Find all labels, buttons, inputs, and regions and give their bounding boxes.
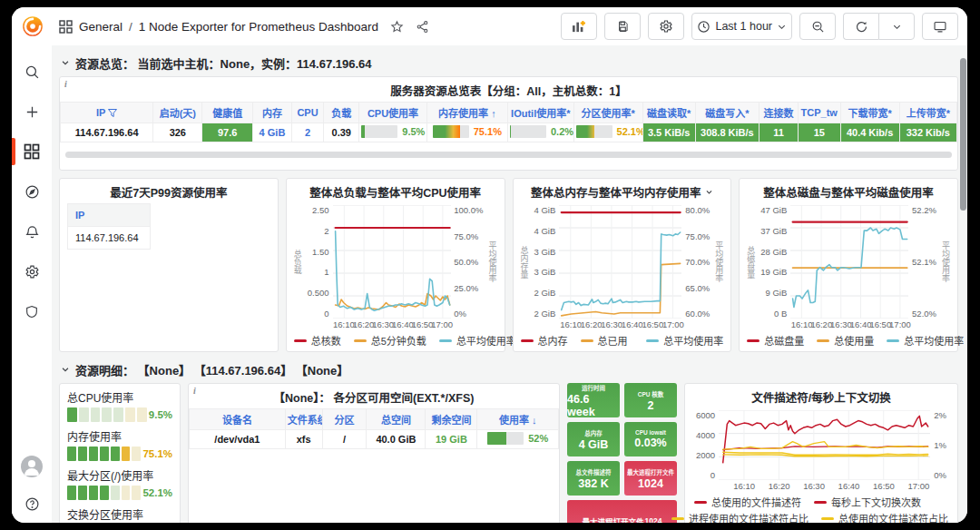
panel-title[interactable]: 最近7天P99资源使用率 [65, 179, 272, 203]
column-header[interactable]: CPU [291, 103, 323, 123]
breadcrumb-section[interactable]: General [79, 20, 122, 34]
zoom-out-time-button[interactable] [799, 13, 836, 40]
legend-item[interactable]: 总平均使用率 [646, 333, 723, 348]
dashboard-settings-button[interactable] [648, 13, 684, 40]
column-header[interactable]: IP [61, 103, 153, 123]
row-header-overview[interactable]: 资源总览： 当前选中主机：None，实例：114.67.196.64 [61, 53, 958, 73]
legend-item[interactable]: 每秒上下文切换次数 [814, 495, 921, 509]
stat-tile[interactable]: CPU 核数2 [624, 383, 677, 417]
stat-tile[interactable]: 总文件描述符382 K [567, 461, 620, 496]
user-avatar[interactable] [21, 456, 43, 477]
stat-tile-label: 总内存 [584, 428, 603, 437]
stat-tile[interactable]: CPU iowait0.03% [624, 422, 677, 456]
column-header[interactable]: 下载带宽* [840, 103, 899, 123]
vertical-scrollbar[interactable] [960, 58, 966, 211]
tick-label: 2 [324, 226, 328, 236]
chart-plot-area[interactable] [790, 205, 908, 319]
tick-label: 0 [324, 309, 328, 319]
chart-plot-area[interactable] [559, 205, 681, 319]
search-button[interactable] [15, 56, 48, 87]
explore-nav-item[interactable] [15, 176, 48, 207]
column-header[interactable]: 负载 [324, 103, 359, 123]
panel-title[interactable]: 整体总内存与整体平均内存使用率 [519, 179, 726, 203]
gauge-item: 最大分区(/)使用率52.1% [67, 467, 172, 500]
dashboards-nav-item[interactable] [15, 136, 48, 167]
column-header[interactable]: 设备名 [190, 409, 286, 430]
grafana-logo[interactable] [21, 15, 44, 38]
column-header[interactable]: IP [68, 204, 151, 227]
column-header[interactable]: 健康值 [202, 103, 253, 123]
star-icon[interactable] [390, 20, 404, 34]
legend-item[interactable]: 总使用的文件描述符占比 [821, 511, 948, 523]
column-header[interactable]: 启动(天) [153, 103, 202, 123]
row-header-detail[interactable]: 资源明细： 【None】 【114.67.196.64】 【None】 [61, 359, 958, 379]
panel-title[interactable]: 服务器资源总览表【分组：All，主机总数：1】 [60, 77, 957, 102]
legend-item[interactable]: 总内存 [521, 333, 568, 348]
column-header[interactable]: 使用率 ↓ [477, 409, 559, 430]
tick-label: 4 GiB [534, 205, 556, 215]
legend-item[interactable]: 总核数 [294, 333, 341, 348]
legend-item[interactable]: 总平均使用率 [439, 333, 516, 348]
column-header[interactable]: 总空间 [367, 409, 426, 430]
panel-title[interactable]: 【None】： 各分区可用空间(EXT.*/XFS) [189, 384, 559, 408]
stat-tile[interactable]: 总内存4 GiB [567, 422, 620, 456]
legend-label: 总磁盘量 [764, 333, 804, 348]
create-button[interactable] [15, 96, 48, 127]
column-header[interactable]: 连接数 [760, 103, 799, 123]
table-cell: 15 [799, 123, 841, 142]
column-header[interactable]: 分区 [322, 409, 367, 430]
legend-item[interactable]: 总使用量 [817, 333, 874, 348]
info-icon[interactable]: i [64, 79, 67, 89]
legend-item[interactable]: 总已用 [581, 333, 628, 348]
legend-item[interactable]: 进程使用的文件描述符占比 [671, 511, 808, 523]
dashboard-title[interactable]: 1 Node Exporter for Prometheus Dashboard [139, 20, 378, 34]
legend-item[interactable]: 总使用的文件描述符 [694, 495, 801, 509]
stat-tile-value: 0.03% [634, 437, 666, 449]
legend-label: 每秒上下文切换次数 [831, 495, 921, 509]
stat-tile[interactable]: 最大进程打开文件1024 [624, 461, 677, 496]
grafana-window: General / 1 Node Exporter for Prometheus… [12, 7, 967, 523]
chart-plot-area[interactable] [333, 205, 451, 319]
refresh-interval-dropdown[interactable] [878, 13, 915, 40]
panel-title[interactable]: 整体总负载与整体平均CPU使用率 [292, 179, 499, 203]
refresh-button[interactable] [843, 13, 878, 40]
legend-item[interactable]: 总平均使用率 [887, 333, 964, 348]
configuration-nav-item[interactable] [15, 256, 48, 287]
alerting-nav-item[interactable] [15, 216, 48, 247]
save-dashboard-button[interactable] [604, 13, 641, 40]
column-header[interactable]: 分区使用率* [573, 103, 642, 123]
stat-tile-wide[interactable]: 最大进程打开文件1024 [567, 500, 677, 523]
column-header[interactable]: 上传带宽* [899, 103, 956, 123]
add-panel-button[interactable] [561, 13, 597, 40]
info-icon[interactable]: i [193, 386, 196, 396]
tick-label: 19 GiB [760, 267, 787, 277]
help-button[interactable] [15, 488, 48, 519]
legend-row: 总内存总已用总平均使用率 [521, 333, 724, 348]
chart-svg [333, 205, 451, 319]
panel-menu-chevron-icon[interactable] [705, 188, 713, 196]
stat-tiles-panel: 运行时间46.6 weekCPU 核数2总内存4 GiBCPU iowait0.… [567, 383, 677, 523]
time-range-picker[interactable]: Last 1 hour [691, 13, 792, 40]
share-icon[interactable] [416, 20, 429, 34]
stat-tile[interactable]: 运行时间46.6 week [567, 383, 620, 417]
column-header[interactable]: 磁盘写入* [695, 103, 760, 123]
horizontal-scrollbar[interactable] [65, 152, 952, 158]
panel-title[interactable]: 整体总磁盘与整体平均磁盘使用率 [745, 179, 952, 203]
legend-item[interactable]: 总5分钟负载 [354, 333, 426, 348]
chart-plot-area[interactable] [719, 410, 930, 480]
tick-label: 16:30 [601, 319, 622, 329]
column-header[interactable]: 内存 [253, 103, 292, 123]
column-header[interactable]: 内存使用率 ↑ [426, 103, 507, 123]
column-header[interactable]: 剩余空间 [426, 409, 477, 430]
column-header[interactable]: IOutil使用率* [508, 103, 574, 123]
column-header[interactable]: 文件系统 [285, 409, 322, 430]
cycle-view-mode-button[interactable] [922, 13, 958, 40]
column-header[interactable]: 磁盘读取* [642, 103, 695, 123]
memory-chart: 总内存量4 GiB4 GiB3 GiB3 GiB2 GiB2 GiB80.0%7… [519, 205, 726, 348]
legend-item[interactable]: 总磁盘量 [747, 333, 804, 348]
column-header[interactable]: CPU使用率 [359, 103, 426, 123]
chart-legend: 总核数总5分钟负载总平均使用率 [292, 330, 499, 348]
server-admin-nav-item[interactable] [15, 296, 48, 327]
column-header[interactable]: TCP_tw [799, 103, 841, 123]
panel-title[interactable]: 文件描述符/每秒上下文切换 [692, 384, 950, 408]
